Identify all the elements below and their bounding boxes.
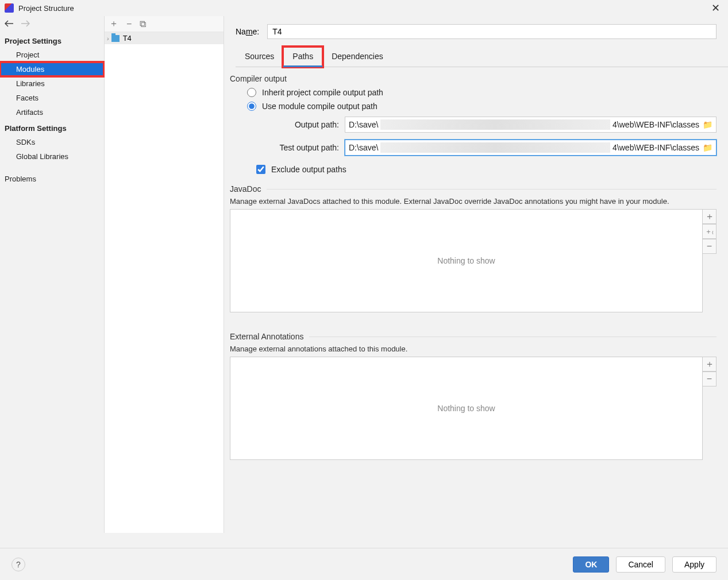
empty-label: Nothing to show bbox=[437, 404, 495, 413]
divider bbox=[309, 337, 717, 337]
inherit-label: Inherit project compile output path bbox=[262, 88, 383, 97]
sidebar-nav bbox=[0, 16, 104, 32]
javadoc-desc: Manage external JavaDocs attached to thi… bbox=[224, 195, 728, 209]
chevron-right-icon: › bbox=[107, 35, 109, 42]
tab-sources[interactable]: Sources bbox=[236, 47, 283, 67]
title-bar: Project Structure ✕ bbox=[0, 0, 728, 16]
sidebar-item-modules[interactable]: Modules bbox=[0, 62, 104, 76]
tree-module-label: T4 bbox=[123, 34, 132, 42]
cancel-button[interactable]: Cancel bbox=[616, 556, 665, 573]
usemodule-radio[interactable] bbox=[247, 102, 256, 111]
add-icon[interactable]: ＋ bbox=[703, 209, 717, 224]
remove-icon[interactable]: − bbox=[703, 239, 717, 254]
main-panel: Name: Sources Paths Dependencies Compile… bbox=[224, 16, 728, 533]
dialog-footer: ? OK Cancel Apply bbox=[0, 548, 728, 580]
sidebar-item-libraries[interactable]: Libraries bbox=[0, 76, 104, 91]
add-url-icon[interactable]: ＋₍ bbox=[703, 224, 717, 239]
exclude-label: Exclude output paths bbox=[271, 165, 346, 174]
sidebar-item-facets[interactable]: Facets bbox=[0, 91, 104, 105]
test-output-path-label: Test output path: bbox=[247, 143, 339, 152]
back-icon[interactable] bbox=[5, 19, 14, 29]
exclude-checkbox[interactable] bbox=[256, 165, 265, 174]
section-platform-settings: Platform Settings bbox=[0, 119, 104, 135]
tab-dependencies[interactable]: Dependencies bbox=[322, 47, 392, 67]
apply-button[interactable]: Apply bbox=[672, 556, 717, 573]
name-label: Name: bbox=[236, 27, 259, 36]
javadoc-title: JavaDoc bbox=[230, 184, 261, 194]
section-project-settings: Project Settings bbox=[0, 32, 104, 48]
remove-icon[interactable]: − bbox=[126, 19, 132, 29]
extann-title: External Annotations bbox=[230, 332, 303, 341]
forward-icon[interactable] bbox=[21, 19, 30, 29]
app-icon bbox=[5, 3, 14, 13]
module-icon bbox=[111, 35, 120, 42]
add-icon[interactable]: ＋ bbox=[109, 18, 118, 30]
sidebar-item-artifacts[interactable]: Artifacts bbox=[0, 105, 104, 119]
close-icon[interactable]: ✕ bbox=[708, 1, 723, 16]
redacted-segment bbox=[380, 142, 610, 153]
sidebar-item-problems[interactable]: Problems bbox=[0, 172, 104, 186]
settings-sidebar: Project Settings Project Modules Librari… bbox=[0, 16, 105, 533]
usemodule-label: Use module compile output path bbox=[262, 102, 378, 111]
module-tabs: Sources Paths Dependencies bbox=[236, 47, 728, 67]
browse-icon[interactable]: 📁 bbox=[703, 120, 712, 129]
sidebar-item-project[interactable]: Project bbox=[0, 48, 104, 62]
sidebar-item-global-libraries[interactable]: Global Libraries bbox=[0, 149, 104, 164]
extann-desc: Manage external annotations attached to … bbox=[224, 342, 728, 357]
window-title: Project Structure bbox=[18, 4, 708, 13]
test-output-path-input[interactable]: D:\save\ 4\web\WEB-INF\classes 📁 bbox=[345, 140, 717, 156]
sidebar-item-sdks[interactable]: SDKs bbox=[0, 135, 104, 149]
javadoc-list: Nothing to show bbox=[230, 209, 703, 312]
output-path-label: Output path: bbox=[247, 120, 339, 129]
copy-icon[interactable]: ⧉ bbox=[140, 19, 146, 29]
tab-paths[interactable]: Paths bbox=[283, 47, 322, 67]
tree-toolbar: ＋ − ⧉ bbox=[105, 16, 224, 32]
divider bbox=[267, 189, 717, 190]
extann-list: Nothing to show bbox=[230, 357, 703, 460]
empty-label: Nothing to show bbox=[437, 256, 495, 265]
remove-icon[interactable]: − bbox=[703, 372, 717, 386]
browse-icon[interactable]: 📁 bbox=[703, 143, 712, 152]
compiler-output-title: Compiler output bbox=[224, 67, 728, 86]
module-tree: ＋ − ⧉ › T4 bbox=[105, 16, 224, 533]
tree-row-module[interactable]: › T4 bbox=[105, 32, 224, 44]
output-path-input[interactable]: D:\save\ 4\web\WEB-INF\classes 📁 bbox=[345, 117, 717, 133]
help-icon[interactable]: ? bbox=[11, 558, 25, 571]
add-icon[interactable]: ＋ bbox=[703, 357, 717, 372]
redacted-segment bbox=[380, 119, 610, 130]
module-name-input[interactable] bbox=[267, 24, 717, 39]
ok-button[interactable]: OK bbox=[573, 556, 609, 573]
inherit-radio[interactable] bbox=[247, 88, 256, 97]
